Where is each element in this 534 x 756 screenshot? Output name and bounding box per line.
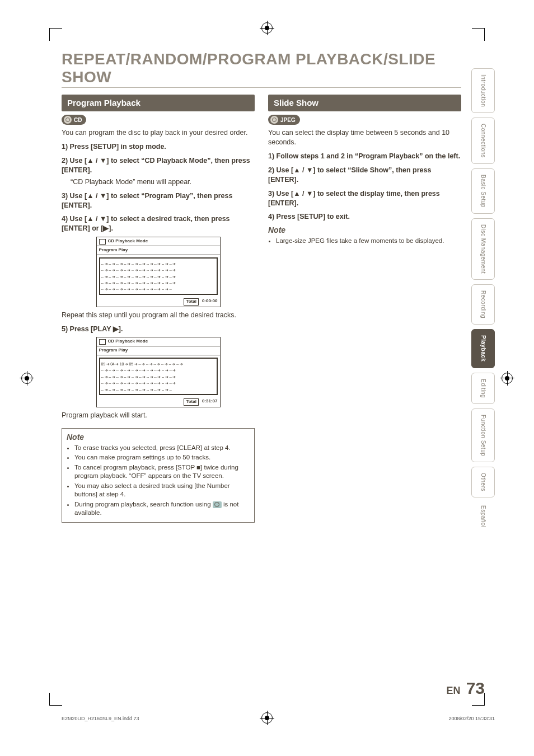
step-4-after: Repeat this step until you program all t…	[62, 311, 255, 320]
note-title: Note	[67, 432, 250, 443]
footer-meta: E2M20UD_H2160SL9_EN.indd 73 2008/02/20 1…	[62, 716, 495, 721]
media-chip-jpeg: JPEG	[268, 115, 300, 125]
window-icon	[99, 239, 106, 245]
tab-recording: Recording	[471, 284, 495, 325]
osd-program-play-filled: CD Playback Mode Program Play 09 ➔ 04 ➔ …	[96, 337, 221, 407]
osd-row: -- ➔ -- ➔ -- ➔ -- ➔ -- ➔ -- ➔ -- ➔ -- ➔ …	[101, 374, 176, 379]
osd-row: -- ➔ -- ➔ -- ➔ -- ➔ -- ➔ -- ➔ -- ➔ -- ➔ …	[101, 280, 176, 285]
osd-title: CD Playback Mode	[108, 339, 148, 345]
osd-total-label: Total	[184, 298, 199, 306]
media-chip-cd: CD	[62, 115, 86, 125]
tab-editing: Editing	[471, 373, 495, 404]
step-4: 4) Use [▲ / ▼] to select a desired track…	[62, 214, 255, 233]
step-5-after: Program playback will start.	[62, 411, 255, 420]
osd-row: -- ➔ -- ➔ -- ➔ -- ➔ -- ➔ -- ➔ -- ➔ -- ➔ …	[101, 381, 176, 386]
chip-label: CD	[74, 116, 82, 124]
osd-row: -- ➔ -- ➔ -- ➔ -- ➔ -- ➔ -- ➔ -- ➔ -- ➔ …	[101, 287, 172, 292]
tab-others: Others	[471, 467, 495, 497]
tab-introduction: Introduction	[471, 68, 495, 113]
window-icon	[99, 339, 106, 345]
step-1: 1) Follow steps 1 and 2 in “Program Play…	[268, 152, 461, 161]
osd-row: -- ➔ -- ➔ -- ➔ -- ➔ -- ➔ -- ➔ -- ➔ -- ➔ …	[101, 267, 176, 273]
step-2: 2) Use [▲ / ▼] to select “Slide Show”, t…	[268, 166, 461, 185]
osd-total-value: 0:00:00	[202, 298, 218, 306]
note-item: You can make program settings up to 50 t…	[74, 453, 250, 462]
page-number: EN 73	[447, 679, 485, 698]
intro-text: You can program the disc to play back in…	[62, 128, 255, 138]
side-tabs: Introduction Connections Basic Setup Dis…	[471, 68, 495, 531]
section-header-program-playback: Program Playback	[62, 95, 255, 111]
step-4: 4) Press [SETUP] to exit.	[268, 212, 461, 222]
section-header-slide-show: Slide Show	[268, 95, 461, 111]
step-1: 1) Press [SETUP] in stop mode.	[62, 142, 255, 152]
tab-disc-management: Disc Management	[471, 218, 495, 280]
tab-playback: Playback	[471, 329, 495, 368]
page-title: REPEAT/RANDOM/PROGRAM PLAYBACK/SLIDE SHO…	[62, 50, 461, 88]
col-program-playback: Program Playback CD You can program the …	[62, 95, 255, 523]
step-2: 2) Use [▲ / ▼] to select “CD Playback Mo…	[62, 156, 255, 175]
registration-mark	[261, 22, 273, 34]
osd-row: -- ➔ -- ➔ -- ➔ -- ➔ -- ➔ -- ➔ -- ➔ -- ➔ …	[101, 261, 176, 266]
osd-grid: 09 ➔ 04 ➔ 10 ➔ 05 ➔ -- ➔ -- ➔ -- ➔ -- ➔ …	[99, 358, 218, 395]
osd-row: -- ➔ -- ➔ -- ➔ -- ➔ -- ➔ -- ➔ -- ➔ -- ➔ …	[101, 274, 176, 279]
note-item: You may also select a desired track usin…	[74, 482, 250, 499]
page-no: 73	[466, 679, 485, 698]
note-text: During program playback, search function…	[74, 501, 213, 508]
step-5: 5) Press [PLAY ▶].	[62, 325, 255, 334]
tab-basic-setup: Basic Setup	[471, 168, 495, 214]
tab-function-setup: Function Setup	[471, 408, 495, 462]
intro-text: You can select the display time between …	[268, 128, 461, 147]
registration-mark	[502, 373, 513, 384]
note-item: Large-size JPEG files take a few moments…	[276, 237, 461, 246]
crop-mark	[472, 28, 485, 41]
search-icon	[213, 501, 222, 508]
osd-total-value: 0:31:07	[202, 398, 218, 406]
col-slide-show: Slide Show JPEG You can select the displ…	[268, 95, 461, 523]
note-inline: Note Large-size JPEG files take a few mo…	[268, 225, 461, 245]
osd-row: -- ➔ -- ➔ -- ➔ -- ➔ -- ➔ -- ➔ -- ➔ -- ➔ …	[101, 387, 172, 392]
crop-mark	[49, 28, 62, 41]
osd-total-label: Total	[184, 398, 199, 406]
osd-program-play-empty: CD Playback Mode Program Play -- ➔ -- ➔ …	[96, 237, 221, 307]
disc-icon	[270, 116, 278, 124]
osd-row: 09 ➔ 04 ➔ 10 ➔ 05 ➔ -- ➔ -- ➔ -- ➔ -- ➔ …	[101, 361, 183, 367]
note-box: Note To erase tracks you selected, press…	[62, 428, 255, 523]
chip-label: JPEG	[280, 116, 296, 124]
note-item: To erase tracks you selected, press [CLE…	[74, 444, 250, 453]
page-lang: EN	[447, 685, 461, 697]
step-3: 3) Use [▲ / ▼] to select the display tim…	[268, 189, 461, 208]
osd-title: CD Playback Mode	[108, 238, 148, 245]
step-3: 3) Use [▲ / ▼] to select “Program Play”,…	[62, 191, 255, 210]
footer-timestamp: 2008/02/20 15:33:31	[448, 716, 495, 721]
osd-grid: -- ➔ -- ➔ -- ➔ -- ➔ -- ➔ -- ➔ -- ➔ -- ➔ …	[99, 257, 218, 295]
note-item: To cancel program playback, press [STOP …	[74, 463, 250, 481]
note-title: Note	[268, 225, 461, 236]
disc-icon	[64, 116, 72, 124]
note-item: During program playback, search function…	[74, 500, 250, 518]
tab-espanol: Español	[471, 502, 495, 531]
footer-file: E2M20UD_H2160SL9_EN.indd 73	[62, 716, 139, 721]
osd-row: -- ➔ -- ➔ -- ➔ -- ➔ -- ➔ -- ➔ -- ➔ -- ➔ …	[101, 368, 176, 373]
osd-subtitle: Program Play	[97, 346, 220, 355]
step-2-body: “CD Playback Mode” menu will appear.	[71, 177, 255, 187]
crop-mark	[49, 693, 62, 706]
osd-subtitle: Program Play	[97, 246, 220, 255]
tab-connections: Connections	[471, 118, 495, 164]
registration-mark	[21, 373, 32, 384]
